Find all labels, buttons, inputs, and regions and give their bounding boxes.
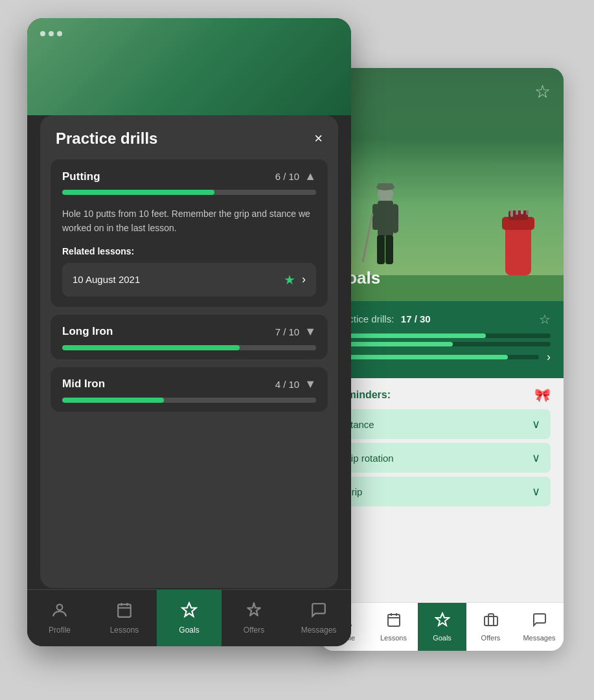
drill-fill-mid-iron [62,398,164,403]
drill-lesson-actions-putting: ★ › [284,272,306,288]
drill-expanded-putting: Hole 10 putts from 10 feet. Remember the… [51,204,328,307]
svg-rect-5 [385,235,393,264]
drill-lesson-star-icon[interactable]: ★ [284,272,295,288]
back-hero-star[interactable]: ☆ [534,81,551,102]
back-nav-goals-label: Goals [433,634,451,642]
modal-card: Practice drills × Putting 6 / 10 ▲ [40,115,338,588]
drill-lesson-card-putting: 10 August 2021 ★ › [62,263,316,297]
drill-score-putting: 6 / 10 ▲ [275,170,316,183]
back-progress-bars: › [334,333,551,364]
front-nav-offers[interactable]: Offers [222,590,286,646]
dot-2 [49,31,54,36]
back-reminder-hip-text: Hip rotation [344,453,394,464]
svg-point-21 [57,604,63,610]
back-hero-image: ☆ Goals [321,68,564,301]
svg-rect-1 [378,201,393,236]
drill-score-mid-iron: 4 / 10 ▼ [275,378,316,391]
back-offers-icon [483,612,499,631]
front-messages-icon [310,602,327,622]
svg-rect-15 [526,210,529,215]
front-nav-lessons[interactable]: Lessons [92,590,157,646]
drill-progress-mid-iron [62,398,316,403]
back-reminders-section: Reminders: 🎀 Stance ∨ Hip rotation ∨ Gri… [321,378,564,512]
modal-title: Practice drills [56,130,157,148]
drill-chevron-long-iron: ▼ [304,325,316,339]
back-bar-row-2 [334,342,551,346]
drill-name-putting: Putting [62,170,100,183]
back-bottom-nav: Profile Lessons [321,602,564,651]
drill-item-putting: Putting 6 / 10 ▲ Hole 10 putts from 10 f… [51,159,328,307]
front-nav-offers-label: Offers [244,626,264,635]
back-lessons-icon [386,612,402,631]
drill-lesson-arrow-button[interactable]: › [302,273,306,286]
screen-container: ☆ Goals Practice drills: 17 / 30 ☆ [0,0,594,700]
back-reminder-item-hip[interactable]: Hip rotation ∨ [334,443,551,473]
front-goals-icon [181,602,198,622]
back-nav-lessons[interactable]: Lessons [369,603,418,651]
svg-marker-20 [436,613,449,626]
svg-rect-13 [516,210,518,215]
back-bar-row-1 [334,333,551,338]
practice-drills-count: 17 / 30 [401,313,431,324]
drill-header-mid-iron[interactable]: Mid Iron 4 / 10 ▼ [51,367,328,398]
drill-item-long-iron: Long Iron 7 / 10 ▼ [51,315,328,359]
drill-progress-putting [62,190,316,195]
drill-item-mid-iron: Mid Iron 4 / 10 ▼ [51,367,328,412]
back-reminder-items: Stance ∨ Hip rotation ∨ Grip ∨ [334,409,551,506]
svg-rect-4 [377,235,385,264]
modal-close-button[interactable]: × [314,131,323,146]
svg-rect-3 [392,204,398,233]
back-practice-header: Practice drills: 17 / 30 ☆ [334,311,551,327]
back-bar-fill-1 [334,333,486,338]
back-bar-track-1 [334,333,551,338]
front-nav-messages[interactable]: Messages [286,590,351,646]
front-nav-lessons-label: Lessons [110,626,139,635]
drill-name-long-iron: Long Iron [62,325,113,338]
svg-rect-22 [118,604,131,617]
drill-header-putting[interactable]: Putting 6 / 10 ▲ [51,159,328,190]
front-lessons-icon [116,602,133,622]
front-nav-profile[interactable]: Profile [27,590,92,646]
back-nav-offers[interactable]: Offers [466,603,515,651]
dot-1 [40,31,45,36]
back-reminder-bow-icon: 🎀 [534,387,551,403]
svg-rect-9 [505,223,531,275]
back-nav-messages-label: Messages [523,634,555,642]
drill-header-long-iron[interactable]: Long Iron 7 / 10 ▼ [51,315,328,345]
front-bottom-nav: Profile Lessons [27,589,351,646]
drill-score-long-iron: 7 / 10 ▼ [275,325,316,339]
back-chevron-right-icon[interactable]: › [547,350,551,364]
modal-overlay: Practice drills × Putting 6 / 10 ▲ [27,83,351,646]
drill-chevron-putting: ▲ [304,170,316,183]
drill-fill-putting [62,190,214,195]
front-nav-goals[interactable]: Goals [157,590,222,646]
drill-fill-long-iron [62,345,240,350]
drill-related-label-putting: Related lessons: [62,246,316,256]
back-nav-messages[interactable]: Messages [515,603,564,651]
svg-rect-12 [510,210,513,217]
svg-rect-16 [388,615,400,626]
svg-line-6 [363,214,372,262]
drill-score-value-putting: 6 / 10 [275,171,300,182]
front-offers-icon [246,602,262,622]
front-hero-dots [40,31,62,36]
front-screen: Practice drills × Putting 6 / 10 ▲ [27,18,351,646]
back-bar-row-3: › [334,350,551,364]
back-nav-offers-label: Offers [481,634,501,642]
back-practice-star-icon[interactable]: ☆ [539,311,551,327]
drill-name-mid-iron: Mid Iron [62,378,105,390]
back-reminder-stance-chevron: ∨ [532,417,540,431]
back-reminder-item-stance[interactable]: Stance ∨ [334,409,551,439]
svg-rect-14 [521,210,523,214]
back-nav-goals[interactable]: Goals [418,603,466,651]
back-screen: ☆ Goals Practice drills: 17 / 30 ☆ [321,68,564,651]
drill-description-putting: Hole 10 putts from 10 feet. Remember the… [62,207,316,236]
svg-rect-2 [372,204,379,230]
drill-score-value-long-iron: 7 / 10 [275,326,300,337]
back-nav-lessons-label: Lessons [380,634,407,642]
back-bar-track-2 [334,342,551,346]
drill-lesson-date-putting: 10 August 2021 [73,274,140,285]
back-reminders-header: Reminders: 🎀 [334,387,551,403]
svg-rect-8 [378,183,393,190]
back-reminder-item-grip[interactable]: Grip ∨ [334,477,551,506]
